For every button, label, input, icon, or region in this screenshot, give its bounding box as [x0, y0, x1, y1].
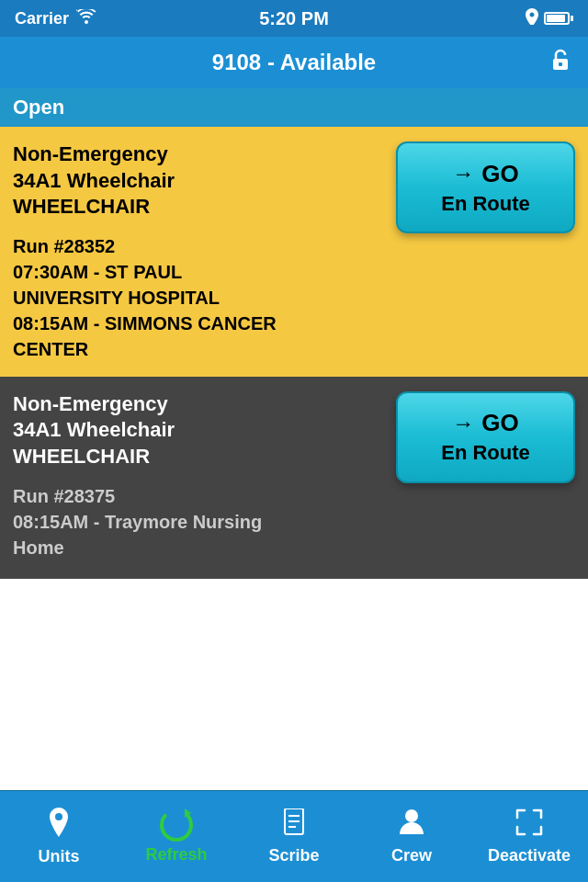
card-1: Non-Emergency 34A1 Wheelchair WHEELCHAIR… — [0, 127, 588, 377]
nav-item-deactivate[interactable]: Deactivate — [470, 791, 588, 882]
nav-item-units[interactable]: Units — [0, 791, 118, 882]
bottom-nav: Units Refresh Scribe Crew — [0, 790, 588, 882]
go-enroute-button-1[interactable]: → GO En Route — [396, 141, 575, 233]
go-btn-top-1: → GO — [452, 160, 518, 188]
card-1-line3: WHEELCHAIR — [13, 194, 385, 220]
battery-icon — [544, 12, 573, 25]
card-1-line2: 34A1 Wheelchair — [13, 168, 385, 195]
enroute-label-1: En Route — [441, 192, 530, 216]
svg-rect-1 — [559, 62, 562, 66]
units-label: Units — [39, 847, 80, 866]
card-1-run: Run #28352 07:30AM - ST PAUL UNIVERSITY … — [13, 233, 385, 362]
nav-item-refresh[interactable]: Refresh — [118, 791, 235, 882]
status-bar-right — [526, 8, 573, 29]
arrow-icon-1: → — [452, 161, 474, 187]
pin-icon — [46, 808, 72, 843]
scribe-label: Scribe — [268, 846, 319, 865]
enroute-label-2: En Route — [441, 441, 530, 465]
status-bar-left: Carrier — [15, 9, 96, 28]
card-2-line1: Non-Emergency — [13, 391, 385, 418]
card-2-line3: WHEELCHAIR — [13, 444, 385, 470]
nav-item-scribe[interactable]: Scribe — [235, 791, 353, 882]
carrier-label: Carrier — [15, 9, 69, 28]
nav-item-crew[interactable]: Crew — [353, 791, 470, 882]
card-1-line1: Non-Emergency — [13, 141, 385, 168]
refresh-icon — [160, 808, 193, 842]
go-btn-top-2: → GO — [452, 409, 518, 437]
section-open-label: Open — [0, 88, 588, 127]
crew-label: Crew — [391, 846, 432, 865]
refresh-label: Refresh — [145, 845, 207, 865]
arrow-icon-2: → — [452, 411, 474, 436]
header-title: 9108 - Available — [212, 50, 376, 75]
doc-icon — [283, 808, 305, 842]
expand-icon — [515, 808, 543, 842]
status-bar: Carrier 5:20 PM — [0, 0, 588, 37]
wifi-icon — [76, 9, 96, 28]
go-label-2: GO — [481, 409, 518, 437]
svg-point-6 — [405, 809, 418, 822]
deactivate-label: Deactivate — [488, 846, 571, 865]
card-2-run: Run #28375 08:15AM - Traymore Nursing Ho… — [13, 483, 385, 560]
card-2-content: Non-Emergency 34A1 Wheelchair WHEELCHAIR… — [13, 391, 396, 560]
go-enroute-button-2[interactable]: → GO En Route — [396, 391, 575, 483]
card-2: Non-Emergency 34A1 Wheelchair WHEELCHAIR… — [0, 377, 588, 579]
app-header: 9108 - Available — [0, 37, 588, 88]
lock-icon[interactable] — [548, 47, 573, 79]
person-icon — [400, 808, 424, 842]
card-1-content: Non-Emergency 34A1 Wheelchair WHEELCHAIR… — [13, 141, 396, 362]
location-icon — [526, 8, 538, 29]
go-label-1: GO — [481, 160, 518, 188]
card-2-line2: 34A1 Wheelchair — [13, 417, 385, 444]
status-bar-time: 5:20 PM — [259, 8, 329, 29]
